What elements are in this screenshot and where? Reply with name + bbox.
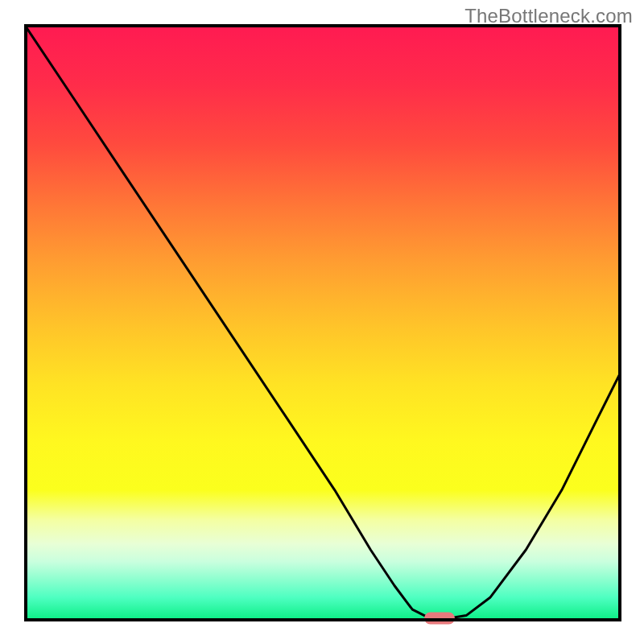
chart-background-gradient <box>24 24 621 621</box>
optimal-marker <box>424 613 455 625</box>
watermark-label: TheBottleneck.com <box>464 5 633 27</box>
